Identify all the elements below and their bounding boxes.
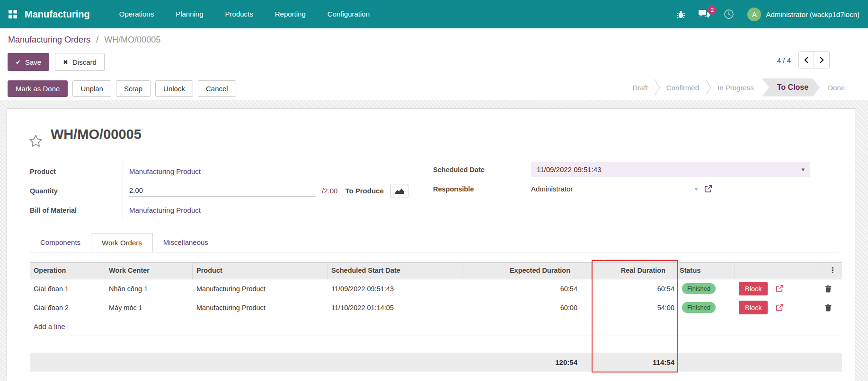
optional-columns-toggle[interactable]: ⋮ <box>817 263 842 279</box>
breadcrumb-separator: / <box>96 35 98 44</box>
pager: 4 / 4 <box>777 51 830 69</box>
pager-next-button[interactable] <box>814 52 829 69</box>
status-badge-finished: Finished <box>682 302 716 313</box>
block-button[interactable]: Block <box>739 282 768 295</box>
cancel-button[interactable]: Cancel <box>198 80 236 97</box>
chevron-down-icon: ▾ <box>801 166 805 173</box>
breadcrumb-manufacturing-orders[interactable]: Manufacturing Orders <box>8 35 90 44</box>
save-label: Save <box>25 58 41 66</box>
open-work-order-button[interactable] <box>776 285 784 293</box>
tab-miscellaneous[interactable]: Miscellaneous <box>153 233 219 252</box>
status-separator <box>654 79 660 96</box>
status-step-in-progress[interactable]: In Progress <box>711 84 760 92</box>
bill-of-material-label: Bill of Material <box>30 207 77 214</box>
table-empty-space <box>30 336 842 353</box>
responsible-external-link-button[interactable] <box>704 185 712 193</box>
table-footer-row: 120:54 114:54 <box>30 353 842 372</box>
status-step-done[interactable]: Done <box>822 84 851 92</box>
table-header-row: Operation Work Center Product Scheduled … <box>30 262 842 279</box>
main-menu: Operations Planning Products Reporting C… <box>119 0 370 28</box>
apps-menu-icon[interactable] <box>9 10 17 18</box>
column-header-scheduled-start-date[interactable]: Scheduled Start Date <box>328 263 462 279</box>
unlock-button[interactable]: Unlock <box>155 80 193 97</box>
status-separator <box>705 79 711 96</box>
status-step-to-close-active[interactable]: To Close <box>762 78 820 96</box>
field-group-left: Product Quantity Bill of Material Manufa… <box>30 162 408 220</box>
app-title[interactable]: Manufacturing <box>25 9 90 20</box>
cell-status: Finished <box>678 283 735 294</box>
cell-expected-duration: 60:00 <box>462 304 581 312</box>
column-header-expected-duration[interactable]: Expected Duration <box>462 263 581 279</box>
work-orders-table: Operation Work Center Product Scheduled … <box>30 262 842 372</box>
open-work-order-button[interactable] <box>776 303 784 312</box>
status-step-draft[interactable]: Draft <box>626 84 654 92</box>
control-panel: Manufacturing Orders / WH/MO/00005 ✔ Sav… <box>0 28 868 99</box>
tab-components[interactable]: Components <box>30 233 91 252</box>
status-step-confirmed[interactable]: Confirmed <box>660 84 705 92</box>
cell-work-center: Máy móc 1 <box>105 304 193 312</box>
cell-scheduled-start: 11/09/2022 09:51:43 <box>328 285 462 293</box>
quantity-input[interactable] <box>129 185 316 197</box>
external-link-icon <box>776 285 784 293</box>
table-row[interactable]: Giai đoạn 1 Nhân công 1 Manufacturing Pr… <box>30 279 842 298</box>
x-icon: ✖ <box>63 59 68 66</box>
product-value-link[interactable]: Manufacturing Product <box>129 167 201 175</box>
record-title: WH/MO/00005 <box>51 127 142 142</box>
menu-products[interactable]: Products <box>225 0 253 28</box>
chevron-down-icon: ▾ <box>695 186 698 192</box>
discard-label: Discard <box>72 58 97 66</box>
save-button[interactable]: ✔ Save <box>8 53 49 71</box>
responsible-value: Administrator <box>531 185 573 193</box>
grid-icon <box>9 10 17 18</box>
column-header-status[interactable]: Status <box>678 263 735 279</box>
column-header-operation[interactable]: Operation <box>30 263 105 279</box>
total-expected-duration: 120:54 <box>462 358 581 366</box>
column-header-real-duration[interactable]: Real Duration <box>592 263 678 279</box>
form-sheet: WH/MO/00005 Product Quantity Bill of Mat… <box>7 108 855 381</box>
cell-real-duration: 60:54 <box>592 285 678 293</box>
avatar: A <box>747 8 761 21</box>
menu-reporting[interactable]: Reporting <box>275 0 306 28</box>
unplan-button[interactable]: Unplan <box>72 80 111 97</box>
menu-planning[interactable]: Planning <box>176 0 203 28</box>
quantity-label: Quantity <box>30 187 58 195</box>
scheduled-date-input[interactable]: 11/09/2022 09:51:43 ▾ <box>531 162 810 177</box>
delete-row-button[interactable] <box>821 285 842 293</box>
table-row[interactable]: Giai đoạn 2 Máy móc 1 Manufacturing Prod… <box>30 298 842 317</box>
user-menu[interactable]: A Administrator (wackp1d7iocn) <box>747 8 859 21</box>
pager-count: 4 / 4 <box>777 56 791 64</box>
status-badge-finished: Finished <box>682 283 716 294</box>
cell-product: Manufacturing Product <box>193 304 328 312</box>
debug-bug-icon[interactable] <box>676 10 685 19</box>
chevron-left-icon <box>804 57 809 63</box>
responsible-input[interactable]: Administrator ▾ <box>531 185 698 193</box>
chevron-right-icon <box>819 57 824 63</box>
add-a-line-link[interactable]: Add a line <box>34 322 65 330</box>
breadcrumb: Manufacturing Orders / WH/MO/00005 <box>8 35 160 45</box>
column-header-actions <box>735 263 817 279</box>
pager-previous-button[interactable] <box>799 52 814 69</box>
block-button[interactable]: Block <box>739 301 768 314</box>
cell-expected-duration: 60:54 <box>462 285 581 293</box>
messages-icon[interactable]: 2 <box>699 9 710 19</box>
username: Administrator (wackp1d7iocn) <box>766 10 859 18</box>
area-chart-icon <box>394 187 405 195</box>
content-background: WH/MO/00005 Product Quantity Bill of Mat… <box>0 100 868 381</box>
mark-as-done-button[interactable]: Mark as Done <box>8 80 68 97</box>
column-header-product[interactable]: Product <box>193 263 328 279</box>
column-header-work-center[interactable]: Work Center <box>105 263 193 279</box>
tab-work-orders-active[interactable]: Work Orders <box>91 233 153 252</box>
delete-row-button[interactable] <box>821 304 842 312</box>
discard-button[interactable]: ✖ Discard <box>55 53 105 71</box>
bill-of-material-value-link[interactable]: Manufacturing Product <box>129 206 201 214</box>
menu-configuration[interactable]: Configuration <box>328 0 370 28</box>
forecast-chart-button[interactable] <box>390 184 408 198</box>
scrap-button[interactable]: Scrap <box>116 80 151 97</box>
scheduled-date-value: 11/09/2022 09:51:43 <box>537 165 602 173</box>
menu-operations[interactable]: Operations <box>119 0 154 28</box>
cell-operation: Giai đoạn 1 <box>30 285 105 293</box>
external-link-icon <box>704 185 712 193</box>
status-pipeline: Draft Confirmed In Progress To Close Don… <box>626 78 851 96</box>
favorite-star-icon[interactable] <box>28 134 43 150</box>
activities-clock-icon[interactable] <box>724 9 734 19</box>
